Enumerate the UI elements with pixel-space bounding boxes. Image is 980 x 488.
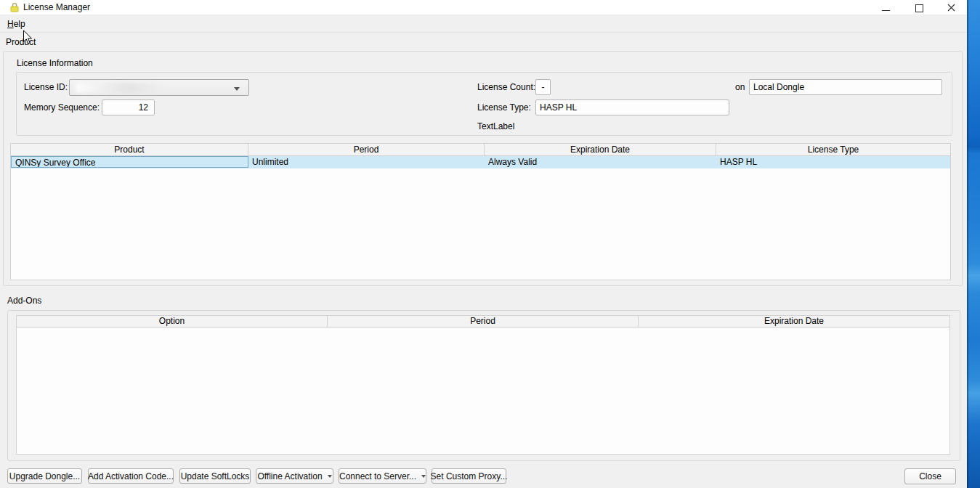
dropdown-arrow-icon (421, 475, 426, 478)
memory-sequence-field[interactable] (102, 99, 155, 115)
close-icon (947, 4, 955, 12)
offline-activation-label: Offline Activation (257, 471, 322, 481)
close-button[interactable]: Close (904, 468, 956, 484)
update-softlocks-label: Update SoftLocks (181, 471, 250, 481)
maximize-button[interactable] (902, 0, 936, 15)
license-type-label: License Type: (477, 99, 531, 115)
table-row[interactable]: QINSy Survey Office Unlimited Always Val… (11, 156, 950, 168)
minimize-icon (882, 10, 890, 11)
redacted-license-id-value (76, 83, 161, 93)
combo-dropdown-arrow-icon (234, 87, 240, 91)
license-type-field[interactable] (535, 99, 729, 115)
dropdown-arrow-icon (328, 475, 332, 478)
connect-to-server-button[interactable]: Connect to Server... (339, 468, 426, 484)
column-header-addon-period[interactable]: Period (328, 316, 639, 327)
dongle-location-field[interactable] (749, 79, 942, 95)
addons-table: Option Period Expiration Date (16, 315, 950, 455)
set-custom-proxy-label: Set Custom Proxy... (431, 471, 508, 481)
cell-period[interactable]: Unlimited (248, 156, 485, 168)
column-header-addon-expiration[interactable]: Expiration Date (639, 316, 949, 327)
update-softlocks-button[interactable]: Update SoftLocks (179, 468, 251, 484)
column-header-period[interactable]: Period (248, 144, 485, 155)
lock-icon (10, 2, 19, 15)
column-header-option[interactable]: Option (17, 316, 328, 327)
on-label: on (735, 79, 745, 95)
set-custom-proxy-button[interactable]: Set Custom Proxy... (432, 468, 506, 484)
add-activation-code-label: Add Activation Code... (88, 471, 174, 481)
product-table-header: Product Period Expiration Date License T… (11, 144, 950, 156)
desktop-wallpaper (967, 0, 980, 488)
close-button-label: Close (919, 471, 941, 481)
license-id-label: License ID: (24, 79, 68, 95)
cell-expiration[interactable]: Always Valid (485, 156, 716, 168)
menu-help-rest: elp (14, 19, 25, 29)
maximize-icon (915, 4, 923, 12)
window-title: License Manager (23, 1, 90, 13)
memory-sequence-label: Memory Sequence: (24, 99, 100, 115)
license-id-combobox[interactable] (69, 79, 249, 96)
menu-help-accel: H (7, 19, 14, 29)
upgrade-dongle-label: Upgrade Dongle... (9, 471, 80, 481)
menubar: Help (0, 15, 967, 33)
minimize-button[interactable] (869, 0, 902, 15)
text-label: TextLabel (477, 118, 514, 134)
column-header-expiration[interactable]: Expiration Date (485, 144, 716, 155)
license-count-field[interactable] (535, 79, 551, 95)
license-count-label: License Count: (477, 79, 535, 95)
offline-activation-button[interactable]: Offline Activation (256, 468, 333, 484)
column-header-product[interactable]: Product (11, 144, 248, 155)
close-window-button[interactable] (936, 0, 967, 15)
add-activation-code-button[interactable]: Add Activation Code... (88, 468, 174, 484)
cell-license-type[interactable]: HASP HL (716, 156, 950, 168)
upgrade-dongle-button[interactable]: Upgrade Dongle... (7, 468, 82, 484)
license-manager-window: License Manager Help Product License Inf… (0, 0, 967, 488)
license-information-group-label: License Information (17, 58, 93, 68)
menu-help[interactable]: Help (1, 15, 32, 32)
product-table: Product Period Expiration Date License T… (10, 143, 951, 280)
titlebar: License Manager (0, 0, 967, 15)
addons-table-header: Option Period Expiration Date (17, 316, 949, 328)
column-header-license-type[interactable]: License Type (716, 144, 950, 155)
product-group-label: Product (6, 37, 36, 47)
addons-group-label: Add-Ons (7, 296, 41, 306)
cell-product[interactable]: QINSy Survey Office (11, 156, 248, 168)
connect-to-server-label: Connect to Server... (339, 471, 416, 481)
